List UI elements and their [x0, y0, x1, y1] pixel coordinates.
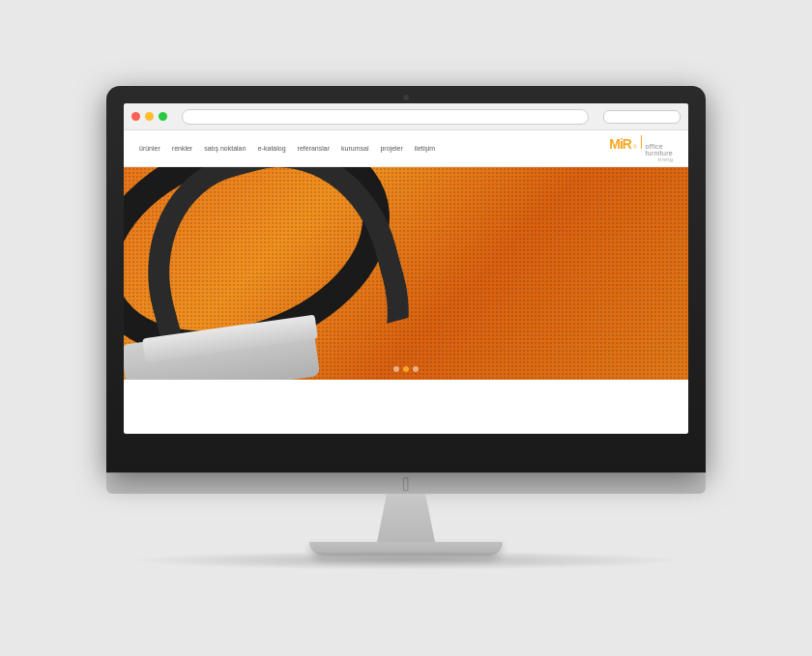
logo-office-text: office	[646, 143, 673, 150]
stand-neck	[358, 494, 454, 542]
logo-main: MiR ® office furniture	[609, 135, 673, 157]
screen-bezel: ürünler renkler satış noktaları e-katalo…	[106, 86, 706, 472]
website-content: ürünler renkler satış noktaları e-katalo…	[124, 130, 688, 434]
nav-e-katalog[interactable]: e-katalog	[258, 145, 286, 152]
minimize-button[interactable]	[145, 112, 154, 121]
nav-projeler[interactable]: projeler	[380, 145, 402, 152]
hero-dot-2[interactable]	[403, 366, 409, 372]
nav-referanslar[interactable]: referanslar	[298, 145, 330, 152]
hero-pagination	[393, 366, 419, 372]
apple-logo-icon: 	[402, 474, 409, 494]
screen: ürünler renkler satış noktaları e-katalo…	[124, 103, 688, 434]
nav-urunler[interactable]: ürünler	[139, 145, 160, 152]
imac-chin: 	[106, 472, 706, 494]
logo-furniture-text: furniture	[646, 150, 673, 157]
nav-kurumsal[interactable]: kurumsal	[341, 145, 368, 152]
hero-image	[124, 167, 688, 380]
nav-links: ürünler renkler satış noktaları e-katalo…	[139, 145, 609, 152]
logo-registered: ®	[633, 144, 637, 150]
maximize-button[interactable]	[159, 112, 167, 121]
chair-visual	[124, 167, 688, 380]
logo-area: MiR ® office furniture tr/eng	[609, 135, 673, 162]
logo-separator	[641, 135, 642, 149]
logo-lang[interactable]: tr/eng	[658, 157, 673, 162]
url-bar[interactable]	[182, 109, 589, 125]
logo-mir-text: MiR	[609, 136, 631, 152]
camera-dot	[403, 95, 409, 100]
imac-monitor: ürünler renkler satış noktaları e-katalo…	[106, 86, 706, 570]
close-button[interactable]	[131, 112, 140, 121]
browser-chrome	[124, 103, 688, 130]
hero-dot-1[interactable]	[393, 366, 399, 372]
nav-renkler[interactable]: renkler	[172, 145, 192, 152]
nav-bar: ürünler renkler satış noktaları e-katalo…	[124, 130, 688, 167]
hero-dot-3[interactable]	[413, 366, 419, 372]
nav-iletisim[interactable]: iletişim	[415, 145, 435, 152]
monitor-shadow	[126, 551, 686, 570]
nav-satis-noktalari[interactable]: satış noktaları	[204, 145, 246, 152]
search-bar[interactable]	[603, 110, 681, 124]
